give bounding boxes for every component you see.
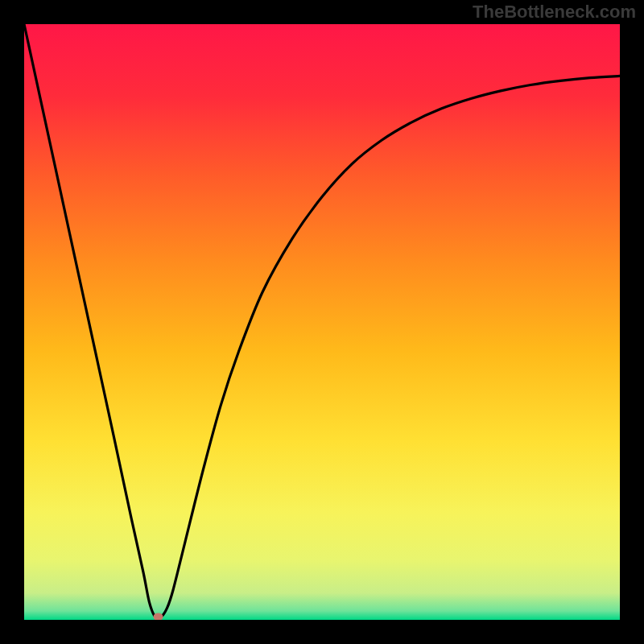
curve-line: [24, 24, 620, 618]
chart-container: TheBottleneck.com: [0, 0, 644, 644]
plot-svg: [24, 24, 620, 620]
watermark-text: TheBottleneck.com: [473, 2, 636, 23]
